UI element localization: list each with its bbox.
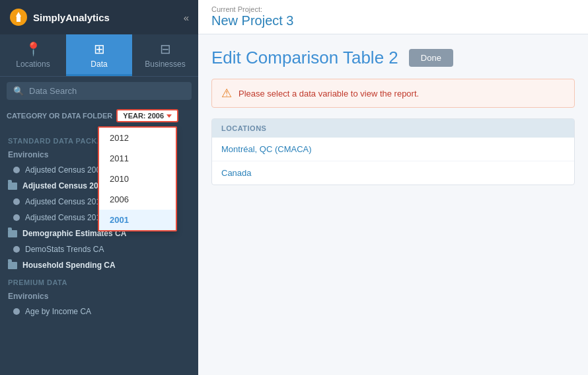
tab-locations[interactable]: 📍 Locations xyxy=(0,34,66,76)
warning-icon: ⚠ xyxy=(221,86,232,101)
main-content: Edit Comparison Table 2 Done ⚠ Please se… xyxy=(198,34,588,375)
nav-tabs: 📍 Locations ⊞ Data ⊟ Businesses xyxy=(0,34,198,77)
current-project-label: Current Project: xyxy=(211,5,575,13)
filter-row: CATEGORY OR DATA FOLDER YEAR: 2006 2012 … xyxy=(0,105,198,126)
list-item[interactable]: DemoStats Trends CA xyxy=(0,241,198,257)
dot-icon xyxy=(13,308,20,315)
item-label: Household Spending CA xyxy=(22,261,116,270)
folder-icon xyxy=(8,183,17,190)
year-option-2011[interactable]: 2011 xyxy=(99,148,176,169)
locations-panel: LOCATIONS Montréal, QC (CMACA) Canada xyxy=(211,118,575,185)
locations-icon: 📍 xyxy=(25,41,42,57)
year-label: YEAR: 2006 xyxy=(123,112,164,120)
svg-rect-2 xyxy=(17,17,20,22)
locations-panel-header: LOCATIONS xyxy=(212,119,574,138)
dot-icon xyxy=(13,214,20,221)
year-option-2006[interactable]: 2006 xyxy=(99,189,176,210)
data-icon: ⊞ xyxy=(94,41,105,57)
logo-text: SimplyAnalytics xyxy=(33,12,110,23)
main-panel: Current Project: New Project 3 Edit Comp… xyxy=(198,0,588,375)
search-bar: 🔍 xyxy=(7,82,192,100)
warning-text: Please select a data variable to view th… xyxy=(239,89,419,99)
sidebar: SimplyAnalytics « 📍 Locations ⊞ Data ⊟ B… xyxy=(0,0,198,375)
dot-icon xyxy=(13,167,20,173)
search-icon: 🔍 xyxy=(13,86,24,96)
dot-icon xyxy=(13,198,20,205)
sidebar-header: SimplyAnalytics « xyxy=(0,0,198,34)
year-option-2001[interactable]: 2001 xyxy=(99,210,176,230)
edit-title: Edit Comparison Table 2 xyxy=(211,48,398,68)
folder-icon xyxy=(8,262,17,269)
folder-icon xyxy=(8,230,17,237)
businesses-icon: ⊟ xyxy=(160,41,171,57)
tab-locations-label: Locations xyxy=(16,60,50,69)
list-item[interactable]: Household Spending CA xyxy=(0,257,198,273)
logo-icon xyxy=(9,8,28,26)
section-premium: PREMIUM DATA xyxy=(0,273,198,289)
subsection-environics-2: Environics xyxy=(0,289,198,304)
main-header: Current Project: New Project 3 xyxy=(198,0,588,34)
list-item[interactable]: Age by Income CA xyxy=(0,304,198,319)
collapse-button[interactable]: « xyxy=(184,12,189,23)
done-button[interactable]: Done xyxy=(409,49,453,67)
item-label: DemoStats Trends CA xyxy=(25,245,104,254)
logo-area: SimplyAnalytics xyxy=(9,8,110,26)
year-dropdown-arrow xyxy=(166,114,172,118)
edit-header: Edit Comparison Table 2 Done xyxy=(211,48,575,68)
filter-label: CATEGORY OR DATA FOLDER xyxy=(7,112,112,120)
tab-data[interactable]: ⊞ Data xyxy=(66,34,132,76)
item-label: Age by Income CA xyxy=(25,307,91,316)
tab-businesses[interactable]: ⊟ Businesses xyxy=(132,34,198,76)
project-title: New Project 3 xyxy=(211,13,575,34)
tab-businesses-label: Businesses xyxy=(145,60,185,69)
year-dropdown: 2012 2011 2010 2006 2001 xyxy=(98,126,177,231)
dot-icon xyxy=(13,246,20,253)
search-input[interactable] xyxy=(29,86,185,96)
year-option-2010[interactable]: 2010 xyxy=(99,169,176,189)
location-row: Montréal, QC (CMACA) xyxy=(212,138,574,161)
tab-data-label: Data xyxy=(91,60,107,69)
location-row: Canada xyxy=(212,161,574,185)
year-option-2012[interactable]: 2012 xyxy=(99,128,176,148)
warning-bar: ⚠ Please select a data variable to view … xyxy=(211,79,575,108)
year-filter-button[interactable]: YEAR: 2006 xyxy=(116,109,178,122)
